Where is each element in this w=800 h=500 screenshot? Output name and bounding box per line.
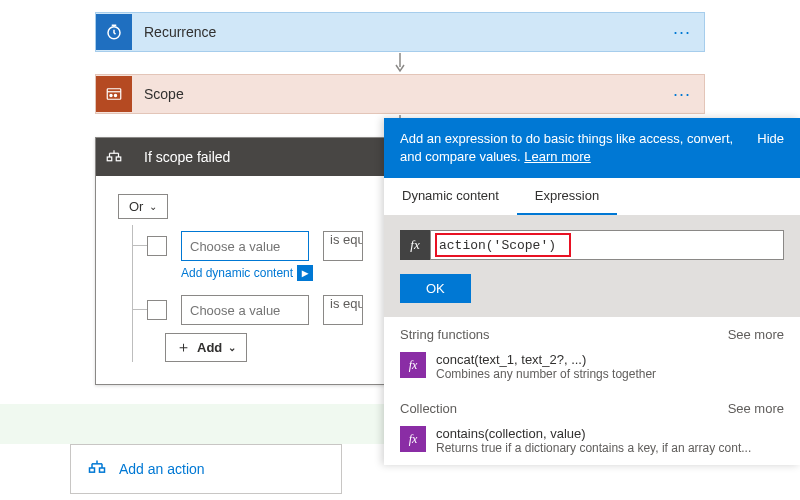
group-operator-label: Or <box>129 199 143 214</box>
svg-rect-4 <box>107 157 112 161</box>
scope-card[interactable]: Scope ··· <box>95 74 705 114</box>
add-action-label: Add an action <box>119 461 205 477</box>
add-action-button[interactable]: Add an action <box>70 444 342 494</box>
condition-icon <box>96 139 132 175</box>
value-input-2[interactable] <box>181 295 309 325</box>
expression-input[interactable]: action('Scope') <box>430 230 784 260</box>
svg-rect-5 <box>116 157 121 161</box>
func-description: Returns true if a dictionary contains a … <box>436 441 751 455</box>
plus-icon: ＋ <box>176 338 191 357</box>
tab-expression[interactable]: Expression <box>517 178 617 215</box>
func-description: Combines any number of strings together <box>436 367 656 381</box>
func-signature: concat(text_1, text_2?, ...) <box>436 352 656 367</box>
connector-arrow <box>40 53 760 73</box>
fx-icon: fx <box>400 230 430 260</box>
learn-more-link[interactable]: Learn more <box>524 149 590 164</box>
panel-blurb: Add an expression to do basic things lik… <box>400 130 745 166</box>
ok-button[interactable]: OK <box>400 274 471 303</box>
section-string-label: String functions <box>400 327 490 342</box>
recurrence-card[interactable]: Recurrence ··· <box>95 12 705 52</box>
expression-value: action('Scope') <box>439 238 556 253</box>
expression-panel: Add an expression to do basic things lik… <box>384 118 800 465</box>
add-row-button[interactable]: ＋ Add ⌄ <box>165 333 247 362</box>
clock-icon <box>96 14 132 50</box>
func-concat[interactable]: fx concat(text_1, text_2?, ...) Combines… <box>384 346 800 391</box>
value-input-1[interactable] <box>181 231 309 261</box>
row-checkbox[interactable] <box>147 300 167 320</box>
operator-select[interactable]: is equal to <box>323 231 363 261</box>
svg-rect-7 <box>100 468 105 472</box>
tab-dynamic-content[interactable]: Dynamic content <box>384 178 517 215</box>
scope-menu[interactable]: ··· <box>668 84 696 105</box>
chevron-down-icon: ⌄ <box>228 342 236 353</box>
recurrence-title: Recurrence <box>144 24 668 40</box>
svg-point-3 <box>114 94 116 96</box>
func-signature: contains(collection, value) <box>436 426 751 441</box>
add-action-icon <box>87 458 107 481</box>
scope-icon <box>96 76 132 112</box>
scope-title: Scope <box>144 86 668 102</box>
see-more-collection[interactable]: See more <box>728 401 784 416</box>
fx-icon: fx <box>400 426 426 452</box>
fx-icon: fx <box>400 352 426 378</box>
dynamic-content-label: Add dynamic content <box>181 266 293 280</box>
dynamic-content-badge-icon: ▸ <box>297 265 313 281</box>
add-row-label: Add <box>197 340 222 355</box>
row-checkbox[interactable] <box>147 236 167 256</box>
svg-rect-1 <box>107 89 121 100</box>
svg-rect-6 <box>90 468 95 472</box>
recurrence-menu[interactable]: ··· <box>668 22 696 43</box>
chevron-down-icon: ⌄ <box>149 201 157 212</box>
operator-select-2[interactable]: is equal to <box>323 295 363 325</box>
group-operator-button[interactable]: Or ⌄ <box>118 194 168 219</box>
section-collection-label: Collection <box>400 401 457 416</box>
hide-button[interactable]: Hide <box>757 130 784 148</box>
func-contains[interactable]: fx contains(collection, value) Returns t… <box>384 420 800 465</box>
svg-point-2 <box>110 94 112 96</box>
panel-tabs: Dynamic content Expression <box>384 178 800 216</box>
see-more-string[interactable]: See more <box>728 327 784 342</box>
